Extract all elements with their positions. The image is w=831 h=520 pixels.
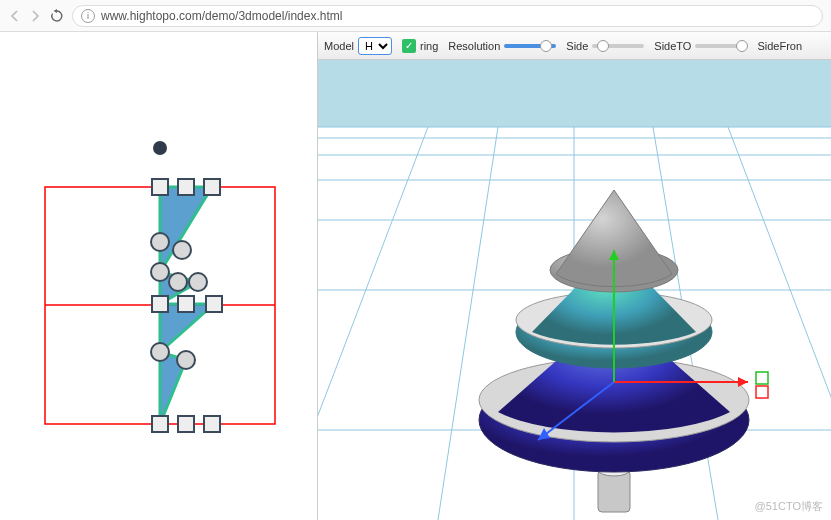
graph-node[interactable]: [178, 296, 194, 312]
graph-node[interactable]: [189, 273, 207, 291]
graph-editor-panel[interactable]: [0, 32, 318, 520]
sideto-control: SideTO: [654, 40, 747, 52]
watermark: @51CTO博客: [755, 499, 823, 514]
graph-node[interactable]: [177, 351, 195, 369]
side-label: Side: [566, 40, 588, 52]
model-label: Model: [324, 40, 354, 52]
info-icon: i: [81, 9, 95, 23]
checkbox-icon: ✓: [402, 39, 416, 53]
svg-rect-0: [318, 60, 831, 127]
side-slider[interactable]: [592, 44, 644, 48]
ring-label: ring: [420, 40, 438, 52]
control-toolbar: Model H ✓ ring Resolution Side SideTO Si…: [318, 32, 831, 60]
graph-node[interactable]: [151, 263, 169, 281]
sideto-slider[interactable]: [695, 44, 747, 48]
graph-node[interactable]: [206, 296, 222, 312]
forward-button[interactable]: [28, 9, 42, 23]
graph-node[interactable]: [178, 416, 194, 432]
sideto-label: SideTO: [654, 40, 691, 52]
resolution-slider[interactable]: [504, 44, 556, 48]
graph-node[interactable]: [204, 179, 220, 195]
graph-node[interactable]: [152, 296, 168, 312]
graph-node[interactable]: [169, 273, 187, 291]
model-control: Model H: [324, 37, 392, 55]
model-select[interactable]: H: [358, 37, 392, 55]
resolution-control: Resolution: [448, 40, 556, 52]
sidefrom-label: SideFron: [757, 40, 802, 52]
graph-node[interactable]: [152, 179, 168, 195]
side-control: Side: [566, 40, 644, 52]
back-button[interactable]: [8, 9, 22, 23]
graph-node[interactable]: [153, 141, 167, 155]
graph-node[interactable]: [173, 241, 191, 259]
graph-node[interactable]: [151, 233, 169, 251]
viewport-3d[interactable]: @51CTO博客: [318, 60, 831, 520]
resolution-label: Resolution: [448, 40, 500, 52]
url-text: www.hightopo.com/demo/3dmodel/index.html: [101, 9, 342, 23]
reload-button[interactable]: [50, 9, 64, 23]
graph-node[interactable]: [178, 179, 194, 195]
graph-node[interactable]: [204, 416, 220, 432]
graph-node[interactable]: [151, 343, 169, 361]
graph-node[interactable]: [152, 416, 168, 432]
address-bar[interactable]: i www.hightopo.com/demo/3dmodel/index.ht…: [72, 5, 823, 27]
ring-control[interactable]: ✓ ring: [402, 39, 438, 53]
browser-toolbar: i www.hightopo.com/demo/3dmodel/index.ht…: [0, 0, 831, 32]
